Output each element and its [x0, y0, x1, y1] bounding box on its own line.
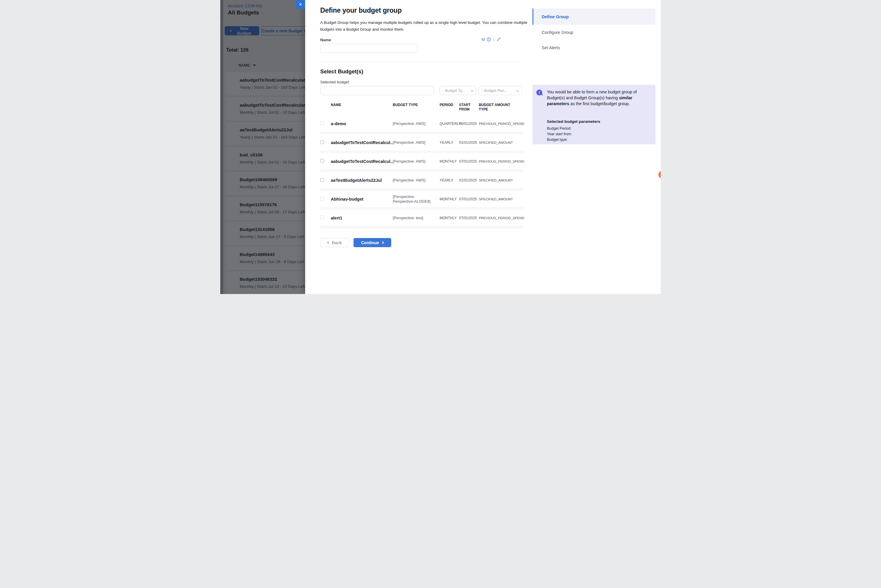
group-name-input[interactable] — [320, 44, 418, 53]
table-row: alert1 [Perspective: test] MONTHLY 07/01… — [320, 210, 523, 226]
param-year-start: Year start from: — [547, 132, 572, 136]
row-separator — [320, 207, 523, 210]
row-period: MONTHLY — [440, 159, 459, 164]
divider — [320, 62, 522, 62]
back-label: Back — [332, 240, 342, 245]
row-start-from: 01/01/2025 — [459, 141, 479, 145]
select-budgets-heading: Select Budget(s) — [320, 68, 537, 75]
chevron-left-icon — [327, 241, 330, 244]
row-budget-type: [Perspective: AWS] — [393, 140, 440, 145]
row-amount-type: PREVIOUS_PERIOD_SPEND — [479, 216, 523, 220]
info-text: You would be able to form a new budget g… — [547, 89, 651, 106]
row-start-from: 06/01/2025 — [459, 122, 479, 126]
row-start-from: 07/01/2025 — [459, 159, 479, 164]
wizard-stepper: Define Group Configure Group Set Alerts — [532, 0, 655, 294]
header-period: PERIOD — [440, 103, 459, 107]
app-canvas: Account: CCM-NG All Budgets + New Budget… — [220, 0, 661, 294]
row-amount-type: PREVIOUS_PERIOD_SPEND — [479, 160, 523, 163]
info-bubble-icon: i — [536, 90, 542, 96]
budget-period-select[interactable]: - Budget Peri... — [478, 86, 522, 95]
step-configure-group[interactable]: Configure Group — [532, 30, 655, 35]
selected-parameters-heading: Selected budget parameters — [547, 119, 600, 124]
budget-search-input[interactable] — [320, 86, 434, 95]
modal-overlay[interactable] — [220, 0, 305, 294]
table-row: aaTestBudgetAlerts22Jul [Perspective: AW… — [320, 172, 523, 189]
row-amount-type: SPECIFIED_AMOUNT — [479, 197, 523, 201]
row-checkbox[interactable] — [320, 178, 324, 182]
table-row: Abhinav-budget [Perspective: Perspective… — [320, 190, 523, 207]
row-checkbox[interactable] — [320, 216, 324, 219]
param-budget-period: Budget Period: — [547, 126, 571, 130]
budget-filter-row: - Budget Ty... - Budget Peri... — [320, 86, 522, 95]
table-row: a-demo [Perspective: AWS] QUARTERLY 06/0… — [320, 115, 523, 132]
row-separator — [320, 189, 523, 190]
row-amount-type: PREVIOUS_PERIOD_SPEND — [479, 122, 523, 126]
budget-type-placeholder: - Budget Ty... — [443, 88, 465, 93]
row-checkbox[interactable] — [320, 159, 324, 163]
row-start-from: 07/01/2025 — [459, 216, 479, 220]
step-set-alerts[interactable]: Set Alerts — [532, 45, 655, 50]
row-name: aabudgetToTestCostRecalcul... — [331, 159, 393, 164]
close-button[interactable]: ✕ — [296, 0, 305, 9]
row-budget-type: [Perspective: test] — [393, 216, 440, 220]
row-period: QUARTERLY — [440, 122, 459, 126]
wizard-buttons: Back Continue — [320, 238, 537, 247]
row-start-from: 07/01/2025 — [459, 197, 479, 201]
header-budget-amount-type: BUDGET AMOUNT TYPE — [479, 103, 513, 112]
continue-label: Continue — [361, 240, 379, 245]
row-separator — [320, 151, 523, 153]
row-checkbox[interactable] — [320, 122, 324, 125]
row-checkbox[interactable] — [320, 140, 324, 144]
drawer-description: A Budget Group helps you manage multiple… — [320, 19, 535, 33]
row-name: aaTestBudgetAlerts22Jul — [331, 178, 393, 183]
id-label: Id — [481, 37, 485, 42]
chevron-right-icon — [381, 241, 384, 244]
header-name: NAME — [331, 103, 393, 107]
drawer-title: Define your budget group — [320, 6, 537, 14]
row-period: YEARLY — [440, 178, 459, 182]
row-separator — [320, 226, 523, 228]
table-row: aabudgetToTestCostRecalcul... [Perspecti… — [320, 153, 523, 170]
row-name: Abhinav-budget — [331, 197, 393, 201]
table-header-row: NAME BUDGET TYPE PERIOD START FROM BUDGE… — [320, 103, 523, 112]
row-budget-type: [Perspective: AWS] — [393, 122, 440, 126]
name-field-row: Name Id : — [320, 37, 522, 42]
budget-group-drawer: ✕ Define your budget group A Budget Grou… — [305, 0, 661, 294]
close-icon: ✕ — [299, 2, 302, 7]
row-start-from: 01/01/2025 — [459, 178, 479, 182]
row-period: MONTHLY — [440, 197, 459, 201]
row-checkbox[interactable] — [320, 197, 324, 201]
selected-budget-label: Selected budget — [320, 80, 537, 84]
id-group: Id : — [481, 37, 501, 42]
budget-table: NAME BUDGET TYPE PERIOD START FROM BUDGE… — [320, 103, 523, 228]
row-name: a-demo — [331, 122, 393, 126]
row-budget-type: [Perspective: AWS] — [393, 178, 440, 183]
back-button[interactable]: Back — [320, 238, 349, 247]
header-start-from: START FROM — [459, 103, 479, 112]
row-budget-type: [Perspective: AWS] — [393, 159, 440, 164]
continue-button[interactable]: Continue — [353, 238, 391, 247]
row-period: MONTHLY — [440, 216, 459, 220]
row-name: alert1 — [331, 216, 393, 220]
row-separator — [320, 132, 523, 134]
row-amount-type: SPECIFIED_AMOUNT — [479, 178, 523, 182]
edit-id-pencil-icon[interactable] — [496, 37, 501, 42]
table-row: aabudgetToTestCostRecalcul... [Perspecti… — [320, 134, 523, 151]
row-amount-type: SPECIFIED_AMOUNT — [479, 141, 523, 144]
budget-type-select[interactable]: - Budget Ty... — [439, 86, 476, 95]
step-define-group[interactable]: Define Group — [532, 9, 655, 25]
row-period: YEARLY — [440, 141, 459, 145]
row-separator — [320, 170, 523, 172]
param-budget-type: Budget type: — [547, 138, 568, 142]
drawer-main: Define your budget group A Budget Group … — [320, 6, 537, 247]
chevron-down-icon — [516, 88, 519, 92]
chevron-down-icon — [471, 88, 474, 92]
budget-period-placeholder: - Budget Peri... — [482, 88, 507, 93]
header-budget-type: BUDGET TYPE — [393, 103, 440, 107]
name-label: Name — [320, 38, 331, 42]
row-budget-type: [Perspective: Perspective-ALOGE8] — [393, 194, 440, 204]
row-name: aabudgetToTestCostRecalcul... — [331, 140, 393, 145]
id-colon: : — [493, 37, 495, 42]
table-body: a-demo [Perspective: AWS] QUARTERLY 06/0… — [320, 115, 523, 228]
id-info-icon[interactable] — [487, 38, 491, 42]
